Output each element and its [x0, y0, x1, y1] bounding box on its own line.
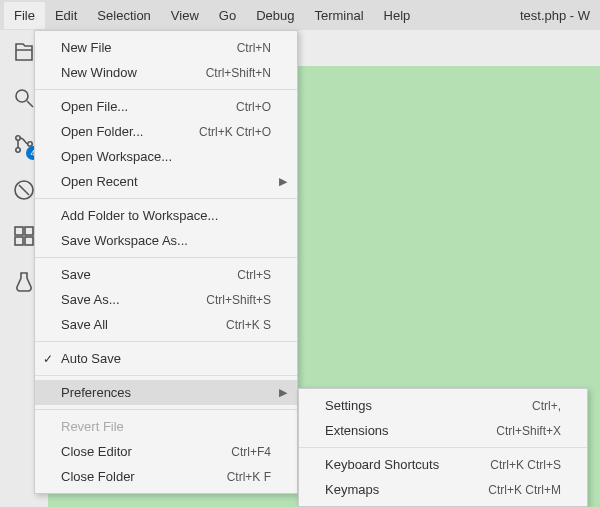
menu-shortcut: Ctrl+K S [226, 318, 271, 332]
menu-file[interactable]: File [4, 2, 45, 29]
menu-item-add-folder-to-workspace[interactable]: Add Folder to Workspace... [35, 203, 297, 228]
menu-item-save-all[interactable]: Save AllCtrl+K S [35, 312, 297, 337]
menu-item-label: Close Editor [61, 444, 231, 459]
menu-item-label: Add Folder to Workspace... [61, 208, 271, 223]
menu-item-open-folder[interactable]: Open Folder...Ctrl+K Ctrl+O [35, 119, 297, 144]
menu-separator [35, 409, 297, 410]
menu-separator [35, 375, 297, 376]
menu-item-label: Open Folder... [61, 124, 199, 139]
menu-shortcut: Ctrl+K Ctrl+M [488, 483, 561, 497]
menu-shortcut: Ctrl+F4 [231, 445, 271, 459]
menu-item-label: Settings [325, 398, 532, 413]
menu-shortcut: Ctrl+Shift+X [496, 424, 561, 438]
menu-shortcut: Ctrl+K F [227, 470, 271, 484]
menu-go[interactable]: Go [209, 2, 246, 29]
menu-shortcut: Ctrl+Shift+N [206, 66, 271, 80]
menu-item-new-window[interactable]: New WindowCtrl+Shift+N [35, 60, 297, 85]
submenu-item-extensions[interactable]: ExtensionsCtrl+Shift+X [299, 418, 587, 443]
menu-item-save-workspace-as[interactable]: Save Workspace As... [35, 228, 297, 253]
preferences-submenu: SettingsCtrl+,ExtensionsCtrl+Shift+XKeyb… [298, 388, 588, 507]
menu-item-open-workspace[interactable]: Open Workspace... [35, 144, 297, 169]
menu-debug[interactable]: Debug [246, 2, 304, 29]
submenu-item-keymaps[interactable]: KeymapsCtrl+K Ctrl+M [299, 477, 587, 502]
menu-shortcut: Ctrl+N [237, 41, 271, 55]
menu-item-save-as[interactable]: Save As...Ctrl+Shift+S [35, 287, 297, 312]
svg-point-1 [16, 136, 20, 140]
menu-item-open-file[interactable]: Open File...Ctrl+O [35, 94, 297, 119]
menu-item-label: Save [61, 267, 237, 282]
menu-item-label: New File [61, 40, 237, 55]
menu-item-label: Keymaps [325, 482, 488, 497]
menu-shortcut: Ctrl+K Ctrl+S [490, 458, 561, 472]
menu-item-new-file[interactable]: New FileCtrl+N [35, 35, 297, 60]
menu-shortcut: Ctrl+O [236, 100, 271, 114]
menu-edit[interactable]: Edit [45, 2, 87, 29]
menu-item-save[interactable]: SaveCtrl+S [35, 262, 297, 287]
menu-item-label: Open Workspace... [61, 149, 271, 164]
menu-item-label: Open File... [61, 99, 236, 114]
menu-item-label: Open Recent [61, 174, 271, 189]
menu-selection[interactable]: Selection [87, 2, 160, 29]
svg-rect-8 [25, 237, 33, 245]
check-icon: ✓ [43, 352, 53, 366]
file-menu-dropdown: New FileCtrl+NNew WindowCtrl+Shift+NOpen… [34, 30, 298, 494]
menu-item-close-editor[interactable]: Close EditorCtrl+F4 [35, 439, 297, 464]
menu-item-close-folder[interactable]: Close FolderCtrl+K F [35, 464, 297, 489]
menu-separator [299, 447, 587, 448]
svg-rect-5 [15, 227, 23, 235]
menu-shortcut: Ctrl+, [532, 399, 561, 413]
menu-shortcut: Ctrl+K Ctrl+O [199, 125, 271, 139]
menu-view[interactable]: View [161, 2, 209, 29]
menu-item-auto-save[interactable]: ✓Auto Save [35, 346, 297, 371]
menu-item-label: Revert File [61, 419, 271, 434]
svg-point-0 [16, 90, 28, 102]
menu-item-label: Preferences [61, 385, 271, 400]
window-title: test.php - W [520, 8, 596, 23]
menu-shortcut: Ctrl+S [237, 268, 271, 282]
menu-item-revert-file: Revert File [35, 414, 297, 439]
menu-item-label: Save All [61, 317, 226, 332]
menu-item-label: New Window [61, 65, 206, 80]
menu-separator [35, 341, 297, 342]
menu-separator [35, 257, 297, 258]
menu-item-label: Extensions [325, 423, 496, 438]
menu-item-preferences[interactable]: Preferences▶ [35, 380, 297, 405]
submenu-item-settings[interactable]: SettingsCtrl+, [299, 393, 587, 418]
menu-terminal[interactable]: Terminal [304, 2, 373, 29]
menu-item-label: Save As... [61, 292, 206, 307]
chevron-right-icon: ▶ [279, 386, 287, 399]
menu-item-label: Save Workspace As... [61, 233, 271, 248]
submenu-item-keyboard-shortcuts[interactable]: Keyboard ShortcutsCtrl+K Ctrl+S [299, 452, 587, 477]
svg-point-2 [16, 148, 20, 152]
menu-separator [35, 198, 297, 199]
menu-shortcut: Ctrl+Shift+S [206, 293, 271, 307]
menu-item-label: Auto Save [61, 351, 271, 366]
menu-item-label: Close Folder [61, 469, 227, 484]
menu-separator [35, 89, 297, 90]
menu-item-label: Keyboard Shortcuts [325, 457, 490, 472]
svg-rect-6 [25, 227, 33, 235]
svg-rect-7 [15, 237, 23, 245]
menu-help[interactable]: Help [374, 2, 421, 29]
menu-item-open-recent[interactable]: Open Recent▶ [35, 169, 297, 194]
chevron-right-icon: ▶ [279, 175, 287, 188]
menubar: File Edit Selection View Go Debug Termin… [0, 0, 600, 30]
